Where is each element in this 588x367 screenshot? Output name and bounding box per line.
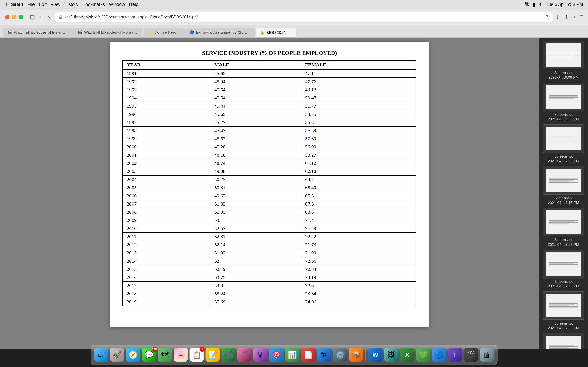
tab-favicon-3: ⭐ bbox=[148, 30, 152, 35]
table-cell: 49.62 bbox=[210, 192, 301, 200]
tab-instant-mom[interactable]: 🎬 Watch all Episodes of Instant Mo... bbox=[3, 27, 73, 37]
screenshot-item-2[interactable]: Screenshot2021-04....7.09 PM bbox=[541, 124, 586, 164]
table-cell: 2016 bbox=[123, 273, 210, 282]
menu-help[interactable]: Help bbox=[129, 2, 138, 7]
table-cell: 64.7 bbox=[301, 175, 416, 184]
table-cell: 2002 bbox=[123, 159, 210, 167]
dock-iphoto[interactable]: 🖼 bbox=[384, 348, 398, 362]
tab-assignment[interactable]: 🔵 Individual Assignment 3 (10%) - ... bbox=[185, 27, 255, 37]
download-icon[interactable]: ⇓ bbox=[555, 14, 560, 20]
menu-safari[interactable]: Safari bbox=[11, 2, 24, 7]
dock-photos[interactable]: 🌸 bbox=[174, 348, 188, 362]
screenshot-label-4: Screenshot2021-04....7.27 PM bbox=[548, 238, 579, 247]
table-cell: 45.47 bbox=[210, 127, 301, 135]
tab-overview-icon[interactable]: □ bbox=[580, 14, 583, 20]
table-cell: 51.92 bbox=[210, 249, 301, 257]
dock-excel[interactable]: X bbox=[400, 348, 415, 362]
table-cell: 72.84 bbox=[301, 265, 416, 273]
tab-bbbs2014[interactable]: 🔒 BBBS2014 bbox=[256, 27, 296, 37]
table-cell: 53.75 bbox=[210, 273, 301, 282]
table-row: 201753.872.67 bbox=[123, 282, 416, 290]
reload-button[interactable]: ↻ bbox=[546, 15, 550, 20]
dock-keynote[interactable]: 🎯 bbox=[269, 348, 284, 362]
screenshot-item-5[interactable]: Screenshot2021-04....7.53 PM bbox=[541, 250, 586, 289]
minimize-button[interactable] bbox=[12, 15, 16, 19]
table-cell: 52.14 bbox=[210, 241, 301, 249]
dock-reminders[interactable]: 📋 1 bbox=[190, 348, 204, 362]
table-row: 201152.8172.22 bbox=[123, 233, 416, 241]
tab-label-2: Watch all Episodes of Mom (2013... bbox=[84, 30, 139, 35]
screenshot-label-6: Screenshot2021-04....7.58 PM bbox=[548, 321, 579, 331]
dock-systemprefs[interactable]: ⚙️ bbox=[333, 348, 347, 362]
forward-button[interactable]: › bbox=[47, 13, 52, 21]
sidebar-toggle-icon[interactable]: ◫ bbox=[30, 14, 35, 20]
dock-maps[interactable]: 🗺 bbox=[158, 348, 172, 362]
tab-mom[interactable]: 🎬 Watch all Episodes of Mom (2013... bbox=[73, 27, 143, 37]
table-cell: 71.29 bbox=[301, 225, 416, 233]
battery-icon: ▮ bbox=[532, 2, 535, 7]
screenshot-label-1: Screenshot2021-04....6.59 PM bbox=[548, 112, 579, 122]
dock-zoom[interactable]: 🔵 bbox=[432, 348, 446, 362]
new-tab-icon[interactable]: + bbox=[573, 14, 576, 20]
address-bar[interactable]: 🔒 /za/Library/Mobile%20Documents/com~app… bbox=[55, 12, 553, 22]
screenshot-item-7[interactable]: Screenshot2021-04....8.04 PM bbox=[541, 333, 586, 349]
pdf-viewer[interactable]: SERVICE INDUSTRY (% OF PEOPLE EMPLOYED) … bbox=[0, 38, 539, 349]
dock-launchpad[interactable]: 🚀 bbox=[110, 348, 124, 362]
dock-stuffit[interactable]: 📦 bbox=[349, 348, 363, 362]
dock-teams[interactable]: T bbox=[448, 348, 462, 362]
dock-pages[interactable]: 📄 bbox=[301, 348, 315, 362]
menu-view[interactable]: View bbox=[51, 2, 60, 7]
dock-numbers[interactable]: 📊 bbox=[285, 348, 300, 362]
dock-whatsapp[interactable]: 💚 bbox=[416, 348, 430, 362]
table-row: 201252.1471.73 bbox=[123, 241, 416, 249]
table-cell: 72.67 bbox=[301, 282, 416, 290]
screenshot-item-top[interactable]: Screenshot2021-04...6.08 PM bbox=[541, 41, 586, 80]
dock-facetime[interactable]: 📹 bbox=[222, 348, 236, 362]
dock-podcasts[interactable]: 🎙 bbox=[253, 348, 268, 362]
tab-label-4: Individual Assignment 3 (10%) - ... bbox=[196, 30, 251, 35]
dock-messages[interactable]: 💬 19K bbox=[142, 348, 156, 362]
share-icon[interactable]: ⬆ bbox=[564, 14, 569, 20]
table-cell: 52 bbox=[210, 257, 301, 265]
table-cell: 71.99 bbox=[301, 249, 416, 257]
pdf-title: SERVICE INDUSTRY (% OF PEOPLE EMPLOYED) bbox=[122, 50, 416, 56]
dock-divider bbox=[366, 349, 366, 361]
col-header-year: YEAR bbox=[123, 60, 210, 69]
screenshot-thumb-1 bbox=[543, 83, 584, 111]
dock-word[interactable]: W bbox=[368, 348, 383, 362]
menu-history[interactable]: History bbox=[64, 2, 78, 7]
back-button[interactable]: ‹ bbox=[38, 13, 43, 21]
table-cell: 62.18 bbox=[301, 167, 416, 175]
dock-appstore[interactable]: 🛍 bbox=[317, 348, 331, 362]
menu-window[interactable]: Window bbox=[109, 2, 125, 7]
screenshot-item-6[interactable]: Screenshot2021-04....7.58 PM bbox=[541, 291, 586, 331]
dock-notes[interactable]: 📝 bbox=[206, 348, 220, 362]
table-cell: 1993 bbox=[123, 86, 210, 94]
table-cell: 73.19 bbox=[301, 273, 416, 282]
wifi-icon: ⌘ bbox=[524, 2, 529, 7]
menu-file[interactable]: File bbox=[27, 2, 35, 7]
menu-bookmarks[interactable]: Bookmarks bbox=[82, 2, 105, 7]
table-cell: 72.36 bbox=[301, 257, 416, 265]
maximize-button[interactable] bbox=[19, 15, 23, 19]
table-cell: 2014 bbox=[123, 257, 210, 265]
screenshot-item-4[interactable]: Screenshot2021-04....7.27 PM bbox=[541, 208, 586, 247]
menu-edit[interactable]: Edit bbox=[39, 2, 47, 7]
screenshot-item-3[interactable]: Screenshot2021-04....7.18 PM bbox=[541, 166, 586, 205]
screenshot-item-1[interactable]: Screenshot2021-04....6.59 PM bbox=[541, 83, 586, 122]
menubar-left:  Safari File Edit View History Bookmark… bbox=[5, 1, 138, 8]
dock-music[interactable]: 🎵 bbox=[237, 348, 252, 362]
table-cell: 74.06 bbox=[301, 298, 416, 306]
table-row: 201351.9271.99 bbox=[123, 249, 416, 257]
screenshot-thumb-4 bbox=[543, 208, 584, 236]
dock-safari[interactable]: 🧭 bbox=[126, 348, 140, 362]
dock-finalcut[interactable]: 🎬 bbox=[464, 348, 478, 362]
dock-finder[interactable]: 🗂 bbox=[94, 348, 108, 362]
apple-menu[interactable]:  bbox=[5, 1, 7, 8]
tab-coursehero[interactable]: ⭐ Course Hero bbox=[144, 27, 185, 37]
dock-trash[interactable]: 🗑 bbox=[480, 348, 494, 362]
table-cell: 71.73 bbox=[301, 241, 416, 249]
menubar-right: ⌘ ▮ ✦ Tue 6 Apr 5:58 PM bbox=[524, 2, 583, 7]
table-row: 199145.6547.11 bbox=[123, 69, 416, 78]
close-button[interactable] bbox=[5, 15, 9, 19]
